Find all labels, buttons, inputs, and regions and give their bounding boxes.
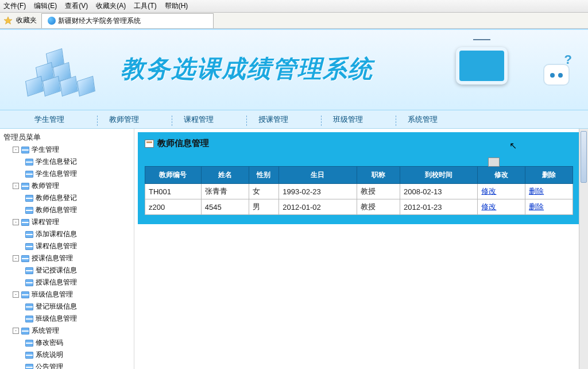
- banner: 教务选课成绩管理系统 ?: [0, 29, 588, 110]
- col-header: 修改: [478, 167, 525, 184]
- collapse-icon[interactable]: -: [13, 219, 19, 225]
- tree-item[interactable]: 课程信息管理: [2, 240, 134, 252]
- browser-tab[interactable]: 新疆财经大学院务管理系统: [41, 13, 214, 28]
- tree-group[interactable]: -教师管理: [2, 180, 134, 192]
- cell-rank: 教授: [357, 184, 400, 199]
- cell-arrive: 2008-02-13: [400, 184, 477, 199]
- col-header: 生日: [279, 167, 357, 184]
- tree-item-label: 授课信息管理: [36, 278, 77, 287]
- window-icon: [25, 207, 33, 214]
- tree-item-label: 登记班级信息: [36, 302, 77, 312]
- menu-item[interactable]: 帮助(H): [165, 1, 188, 11]
- col-header: 教师编号: [145, 167, 202, 184]
- tree-item-label: 班级信息管理: [36, 314, 77, 324]
- tree-item-label: 学生信息管理: [36, 169, 77, 179]
- tree-group-label: 学生管理: [32, 145, 59, 155]
- nav-item[interactable]: 授课管理: [247, 114, 322, 125]
- tree-item-label: 修改密码: [36, 338, 63, 348]
- scrollbar[interactable]: [579, 129, 588, 369]
- window-icon: [25, 267, 33, 274]
- tree-item[interactable]: 学生信息管理: [2, 168, 134, 180]
- window-icon: [25, 303, 33, 310]
- tree-item[interactable]: 班级信息管理: [2, 313, 134, 325]
- menu-item[interactable]: 查看(V): [65, 1, 88, 11]
- tree-item-label: 教师信息登记: [36, 193, 77, 203]
- tree-item[interactable]: 教师信息管理: [2, 204, 134, 216]
- window-icon: [25, 316, 33, 322]
- window-icon: [21, 255, 29, 262]
- window-icon: [21, 219, 29, 226]
- teacher-table: 教师编号姓名性别生日职称到校时间修改删除 TH001张青青女1993-02-23…: [145, 166, 573, 215]
- window-icon: [21, 328, 29, 335]
- banner-title: 教务选课成绩管理系统: [121, 53, 373, 85]
- tree-group-label: 班级信息管理: [32, 290, 73, 299]
- nav-item[interactable]: 教师管理: [98, 114, 172, 125]
- tree-item[interactable]: 登记班级信息: [2, 301, 134, 313]
- svg-marker-0: [4, 17, 12, 24]
- tree-item-label: 学生信息登记: [36, 157, 77, 167]
- scrollbar-thumb[interactable]: [581, 131, 587, 183]
- tree-item[interactable]: 授课信息管理: [2, 276, 134, 289]
- menu-item[interactable]: 文件(F): [3, 1, 26, 11]
- favorites-label[interactable]: 收藏夹: [16, 16, 37, 25]
- print-button[interactable]: [488, 157, 500, 167]
- cell-birth: 1993-02-23: [279, 184, 357, 199]
- star-icon: [3, 16, 13, 25]
- window-icon: [25, 340, 33, 347]
- sidebar-root: 管理员菜单: [2, 131, 134, 144]
- tree-group[interactable]: -系统管理: [2, 325, 134, 337]
- window-icon: [21, 183, 29, 190]
- window-icon: [25, 171, 33, 178]
- cell-name: 张青青: [201, 184, 249, 199]
- nav-item[interactable]: 系统管理: [396, 114, 471, 125]
- tree-group-label: 系统管理: [32, 326, 59, 336]
- edit-link[interactable]: 修改: [481, 187, 496, 195]
- tree-item-label: 添加课程信息: [36, 229, 77, 239]
- robot-graphic: ?: [536, 64, 577, 104]
- col-header: 到校时间: [400, 167, 477, 184]
- tab-title: 新疆财经大学院务管理系统: [58, 16, 141, 26]
- tree-item[interactable]: 登记授课信息: [2, 264, 134, 276]
- tree-item[interactable]: 系统说明: [2, 349, 134, 361]
- cell-gender: 男: [249, 199, 279, 215]
- menu-item[interactable]: 编辑(E): [34, 1, 57, 11]
- tree-item[interactable]: 公告管理: [2, 361, 134, 369]
- tree-group[interactable]: -班级信息管理: [2, 289, 134, 301]
- menu-item[interactable]: 收藏夹(A): [96, 1, 126, 11]
- doc-icon: [145, 140, 154, 148]
- collapse-icon[interactable]: -: [13, 328, 19, 334]
- cursor-icon: ↖: [509, 140, 517, 151]
- menu-item[interactable]: 工具(T): [134, 1, 156, 11]
- table-row: z2004545男2012-01-02教授2012-01-23修改删除: [145, 199, 573, 215]
- cell-edit: 修改: [478, 199, 525, 215]
- window-icon: [25, 231, 33, 238]
- teacher-panel: 教师信息管理 ↖ 教师编号姓名性别生日职称到校时间修改删除 TH001张青青女1…: [138, 132, 580, 224]
- cell-rank: 教授: [357, 199, 400, 215]
- collapse-icon[interactable]: -: [13, 183, 19, 189]
- nav-item[interactable]: 课程管理: [172, 114, 247, 125]
- tree-item-label: 系统说明: [36, 350, 63, 360]
- tree-group[interactable]: -课程管理: [2, 216, 134, 228]
- tree-item[interactable]: 修改密码: [2, 337, 134, 349]
- collapse-icon[interactable]: -: [13, 291, 19, 298]
- nav-item[interactable]: 学生管理: [23, 114, 98, 125]
- window-icon: [25, 159, 33, 166]
- cell-id: z200: [145, 199, 202, 215]
- delete-link[interactable]: 删除: [529, 187, 544, 195]
- col-header: 删除: [525, 167, 573, 184]
- collapse-icon[interactable]: -: [13, 147, 19, 153]
- delete-link[interactable]: 删除: [529, 202, 544, 211]
- edit-link[interactable]: 修改: [481, 202, 496, 211]
- nav-item[interactable]: 班级管理: [322, 114, 396, 125]
- tree-item[interactable]: 教师信息登记: [2, 192, 134, 204]
- tree-item[interactable]: 添加课程信息: [2, 228, 134, 240]
- collapse-icon[interactable]: -: [13, 255, 19, 262]
- window-icon: [25, 279, 33, 286]
- window-icon: [25, 243, 33, 250]
- tree-group[interactable]: -学生管理: [2, 144, 134, 156]
- tree-group-label: 课程管理: [32, 217, 59, 227]
- tv-graphic: [456, 47, 519, 102]
- tree-group[interactable]: -授课信息管理: [2, 252, 134, 264]
- favorites-bar: 收藏夹 新疆财经大学院务管理系统: [0, 13, 588, 29]
- tree-item[interactable]: 学生信息登记: [2, 156, 134, 168]
